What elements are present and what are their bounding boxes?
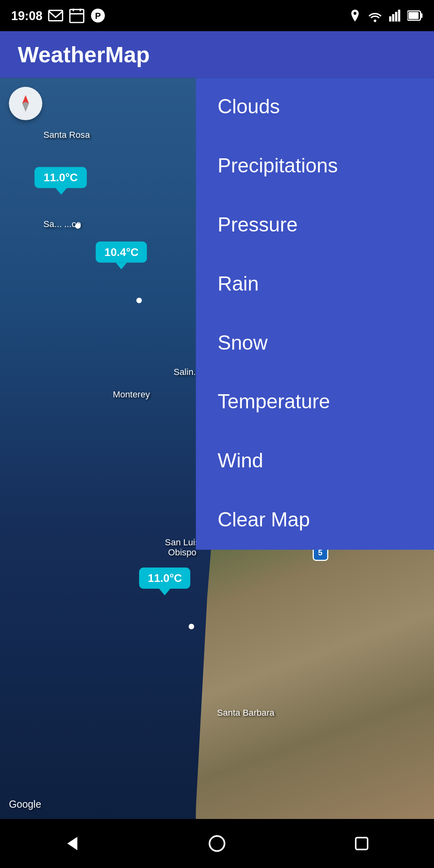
svg-rect-9 (395, 12, 397, 22)
menu-item-rain[interactable]: Rain (195, 255, 434, 314)
svg-rect-12 (408, 12, 418, 19)
time-display: 19:08 (11, 9, 43, 22)
menu-item-precipitations[interactable]: Precipitations (195, 137, 434, 196)
menu-item-wind[interactable]: Wind (195, 432, 434, 491)
nav-recents-button[interactable] (337, 819, 386, 868)
label-santa-barbara: Santa Barbara (217, 708, 274, 718)
compass[interactable] (9, 87, 42, 120)
dropdown-menu: Clouds Precipitations Pressure Rain Snow… (195, 78, 434, 550)
bottom-nav (0, 819, 434, 868)
status-bar: 19:08 P (0, 0, 434, 31)
calendar-icon (69, 8, 85, 23)
svg-rect-10 (398, 10, 400, 22)
app-bar: WeatherMap (0, 31, 434, 78)
menu-item-clouds[interactable]: Clouds (195, 78, 434, 137)
svg-rect-0 (49, 10, 63, 21)
label-san-luis-obispo: San LuisObispo (165, 537, 199, 557)
svg-rect-7 (389, 16, 391, 22)
label-monterey: Monterey (113, 389, 150, 399)
menu-item-temperature[interactable]: Temperature (195, 373, 434, 432)
menu-item-pressure[interactable]: Pressure (195, 196, 434, 255)
circle-p-icon: P (90, 8, 106, 23)
temp-bubble-monterey[interactable]: 10.4°C (96, 241, 147, 262)
temp-bubble-sf[interactable]: 11.0°C (35, 167, 86, 188)
menu-item-snow[interactable]: Snow (195, 314, 434, 373)
label-santa-rosa: Santa Rosa (43, 130, 90, 140)
wifi-icon (367, 8, 383, 23)
status-bar-right (347, 8, 423, 23)
map-dot-monterey (136, 297, 142, 303)
mail-icon (48, 8, 63, 23)
app-title: WeatherMap (18, 42, 416, 68)
status-bar-left: 19:08 P (11, 8, 106, 23)
menu-item-clear-map[interactable]: Clear Map (195, 491, 434, 550)
temp-bubble-slo[interactable]: 11.0°C (139, 567, 191, 588)
nav-back-button[interactable] (48, 819, 97, 868)
svg-rect-13 (421, 13, 422, 18)
nav-home-button[interactable] (192, 819, 242, 868)
svg-point-15 (209, 836, 224, 851)
svg-text:P: P (95, 11, 101, 21)
google-label: Google (9, 799, 41, 810)
svg-rect-16 (356, 837, 368, 850)
map-container[interactable]: Santa Rosa Sa... ...co Salin... Monterey… (0, 78, 434, 819)
signal-icon (387, 8, 403, 23)
battery-icon (407, 8, 423, 23)
map-dot-sf (75, 223, 81, 229)
svg-rect-1 (70, 10, 84, 23)
location-icon (347, 8, 363, 23)
svg-marker-14 (68, 837, 78, 850)
svg-rect-8 (392, 14, 395, 21)
map-dot-slo (188, 624, 194, 629)
